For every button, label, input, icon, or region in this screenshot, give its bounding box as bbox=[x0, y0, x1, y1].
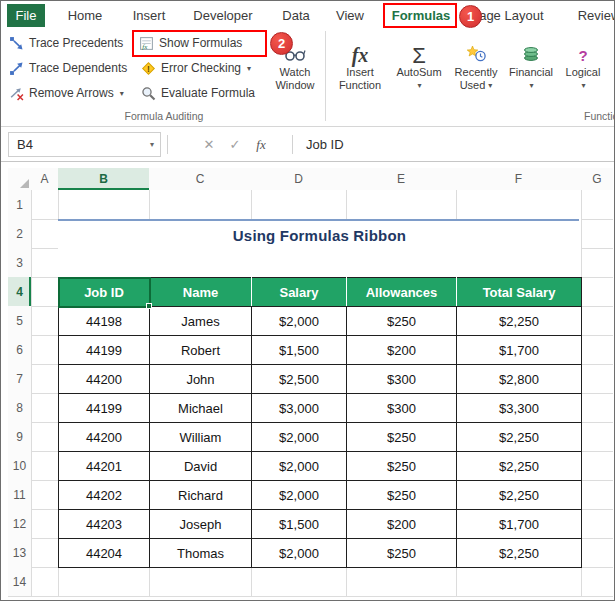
table-cell[interactable]: James bbox=[150, 307, 252, 336]
table-cell[interactable]: $200 bbox=[347, 510, 457, 539]
row-header-2[interactable]: 2 bbox=[8, 219, 31, 248]
table-cell[interactable]: $1,500 bbox=[252, 336, 347, 365]
enter-icon[interactable]: ✓ bbox=[223, 132, 247, 157]
error-checking-label: Error Checking bbox=[161, 61, 241, 75]
table-header-allowances[interactable]: Allowances bbox=[347, 278, 457, 307]
column-header-g[interactable]: G bbox=[581, 168, 613, 190]
tab-review[interactable]: Review bbox=[567, 4, 615, 27]
trace-dependents-button[interactable]: Trace Dependents bbox=[9, 59, 127, 77]
name-box-chevron-icon[interactable]: ▾ bbox=[150, 140, 154, 149]
table-cell[interactable]: $2,250 bbox=[457, 539, 582, 568]
row-header-7[interactable]: 7 bbox=[8, 364, 31, 393]
trace-precedents-button[interactable]: Trace Precedents bbox=[9, 34, 123, 52]
recently-used-button[interactable]: Recently Used ▾ bbox=[448, 32, 504, 92]
table-cell[interactable]: $2,500 bbox=[252, 365, 347, 394]
tab-view[interactable]: View bbox=[327, 4, 373, 27]
table-cell[interactable]: Robert bbox=[150, 336, 252, 365]
table-cell[interactable]: David bbox=[150, 452, 252, 481]
row-header-12[interactable]: 12 bbox=[8, 509, 31, 538]
table-cell[interactable]: 44203 bbox=[59, 510, 150, 539]
table-cell[interactable]: $200 bbox=[347, 336, 457, 365]
row-header-6[interactable]: 6 bbox=[8, 335, 31, 364]
row-header-5[interactable]: 5 bbox=[8, 306, 31, 335]
table-header-total-salary[interactable]: Total Salary bbox=[457, 278, 582, 307]
table-cell[interactable]: $300 bbox=[347, 365, 457, 394]
table-cell[interactable]: $250 bbox=[347, 423, 457, 452]
table-cell[interactable]: $3,000 bbox=[252, 394, 347, 423]
table-cell[interactable]: Richard bbox=[150, 481, 252, 510]
table-cell[interactable]: $2,000 bbox=[252, 481, 347, 510]
table-cell[interactable]: Joseph bbox=[150, 510, 252, 539]
table-header-name[interactable]: Name bbox=[150, 278, 252, 307]
row-header-14[interactable]: 14 bbox=[8, 567, 31, 596]
table-cell[interactable]: $2,250 bbox=[457, 452, 582, 481]
table-cell[interactable]: 44200 bbox=[59, 423, 150, 452]
table-cell[interactable]: $250 bbox=[347, 481, 457, 510]
table-cell[interactable]: $3,300 bbox=[457, 394, 582, 423]
row-header-4[interactable]: 4 bbox=[8, 277, 31, 306]
remove-arrows-button[interactable]: Remove Arrows ▾ bbox=[9, 84, 124, 102]
table-cell[interactable]: $250 bbox=[347, 452, 457, 481]
tab-file[interactable]: File bbox=[7, 4, 45, 27]
table-cell[interactable]: 44200 bbox=[59, 365, 150, 394]
column-header-c[interactable]: C bbox=[149, 168, 251, 190]
table-cell[interactable]: $2,250 bbox=[457, 307, 582, 336]
table-cell[interactable]: 44199 bbox=[59, 394, 150, 423]
table-cell[interactable]: $1,700 bbox=[457, 336, 582, 365]
table-cell[interactable]: $2,000 bbox=[252, 423, 347, 452]
table-cell[interactable]: $2,000 bbox=[252, 452, 347, 481]
tab-home[interactable]: Home bbox=[61, 4, 109, 27]
name-box[interactable]: B4 ▾ bbox=[8, 132, 161, 157]
column-header-f[interactable]: F bbox=[456, 168, 581, 190]
table-cell[interactable]: $1,500 bbox=[252, 510, 347, 539]
tab-insert[interactable]: Insert bbox=[125, 4, 173, 27]
row-header-9[interactable]: 9 bbox=[8, 422, 31, 451]
column-header-d[interactable]: D bbox=[251, 168, 346, 190]
tab-data[interactable]: Data bbox=[273, 4, 319, 27]
table-cell[interactable]: $250 bbox=[347, 539, 457, 568]
title-zone[interactable]: Using Formulas Ribbon bbox=[58, 219, 581, 277]
table-cell[interactable]: $2,000 bbox=[252, 539, 347, 568]
selected-cell-b4[interactable]: Job ID bbox=[59, 278, 150, 307]
column-header-b[interactable]: B bbox=[58, 168, 149, 190]
table-cell[interactable]: John bbox=[150, 365, 252, 394]
table-cell[interactable]: $2,250 bbox=[457, 423, 582, 452]
insert-function-icon[interactable]: fx bbox=[249, 132, 273, 157]
table-cell[interactable]: $250 bbox=[347, 307, 457, 336]
row-header-8[interactable]: 8 bbox=[8, 393, 31, 422]
row-header-1[interactable]: 1 bbox=[8, 190, 31, 219]
table-cell[interactable]: $2,250 bbox=[457, 481, 582, 510]
table-header-salary[interactable]: Salary bbox=[252, 278, 347, 307]
formula-bar-content[interactable]: Job ID bbox=[306, 132, 344, 157]
table-cell[interactable]: 44202 bbox=[59, 481, 150, 510]
row-header-11[interactable]: 11 bbox=[8, 480, 31, 509]
logical-label: Logical bbox=[566, 66, 601, 79]
table-cell[interactable]: William bbox=[150, 423, 252, 452]
row-header-13[interactable]: 13 bbox=[8, 538, 31, 567]
table-cell[interactable]: $1,700 bbox=[457, 510, 582, 539]
table-row: 44199Michael$3,000$300$3,300 bbox=[59, 394, 582, 423]
table-cell[interactable]: 44201 bbox=[59, 452, 150, 481]
fill-handle[interactable] bbox=[146, 303, 152, 309]
table-cell[interactable]: $2,800 bbox=[457, 365, 582, 394]
logical-button[interactable]: ? Logical ▾ bbox=[558, 32, 608, 92]
evaluate-formula-button[interactable]: Evaluate Formula bbox=[141, 84, 255, 102]
column-header-e[interactable]: E bbox=[346, 168, 456, 190]
table-cell[interactable]: 44204 bbox=[59, 539, 150, 568]
table-cell[interactable]: Thomas bbox=[150, 539, 252, 568]
row-header-3[interactable]: 3 bbox=[8, 248, 31, 277]
tab-developer[interactable]: Developer bbox=[185, 4, 261, 27]
cancel-icon[interactable]: ✕ bbox=[197, 132, 221, 157]
table-cell[interactable]: 44198 bbox=[59, 307, 150, 336]
financial-button[interactable]: Financial ▾ bbox=[506, 32, 556, 92]
row-header-10[interactable]: 10 bbox=[8, 451, 31, 480]
table-cell[interactable]: 44199 bbox=[59, 336, 150, 365]
table-cell[interactable]: $300 bbox=[347, 394, 457, 423]
table-cell[interactable]: $2,000 bbox=[252, 307, 347, 336]
select-all-corner[interactable] bbox=[8, 168, 31, 190]
error-checking-button[interactable]: ! Error Checking ▾ bbox=[141, 59, 251, 77]
column-header-a[interactable]: A bbox=[31, 168, 58, 190]
insert-function-button[interactable]: fx Insert Function bbox=[331, 32, 389, 92]
table-cell[interactable]: Michael bbox=[150, 394, 252, 423]
autosum-button[interactable]: Σ AutoSum ▾ bbox=[394, 32, 444, 92]
